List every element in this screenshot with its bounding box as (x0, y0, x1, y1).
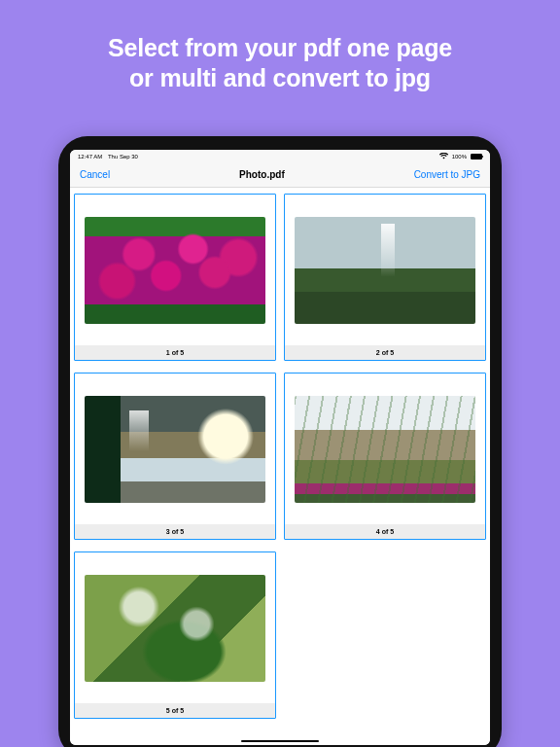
page-label: 1 of 5 (75, 345, 275, 360)
page-preview-image (295, 396, 475, 503)
page-label: 2 of 5 (285, 345, 485, 360)
status-left: 12:47 AM Thu Sep 30 (78, 154, 142, 160)
status-time: 12:47 AM (78, 154, 102, 160)
page-grid: 1 of 5 2 of 5 3 of 5 (74, 194, 486, 719)
page-thumbnail-1[interactable]: 1 of 5 (74, 194, 276, 361)
device-screen: 12:47 AM Thu Sep 30 100% Cancel Photo.pd… (70, 150, 490, 745)
headline-line1: Select from your pdf one page (108, 34, 452, 61)
battery-icon (471, 154, 482, 160)
thumb-wrap (285, 195, 485, 345)
page-label: 5 of 5 (75, 703, 275, 718)
page-thumbnail-4[interactable]: 4 of 5 (284, 373, 486, 540)
page-thumbnail-5[interactable]: 5 of 5 (74, 551, 276, 719)
wifi-icon (439, 153, 448, 160)
battery-percent: 100% (452, 154, 467, 160)
page-preview-image (85, 396, 265, 503)
home-indicator (241, 740, 319, 743)
document-title: Photo.pdf (239, 169, 285, 180)
page-grid-container: 1 of 5 2 of 5 3 of 5 (70, 188, 490, 745)
page-label: 3 of 5 (75, 524, 275, 539)
thumb-wrap (75, 195, 275, 345)
thumb-wrap (75, 552, 275, 703)
thumb-wrap (75, 374, 275, 524)
status-bar: 12:47 AM Thu Sep 30 100% (70, 150, 490, 162)
status-right: 100% (439, 153, 482, 160)
page-label: 4 of 5 (285, 524, 485, 539)
headline-line2: or multi and convert to jpg (129, 64, 431, 91)
page-thumbnail-2[interactable]: 2 of 5 (284, 194, 486, 361)
nav-bar: Cancel Photo.pdf Convert to JPG (70, 162, 490, 188)
promo-headline: Select from your pdf one page or multi a… (0, 0, 560, 92)
status-date: Thu Sep 30 (108, 154, 138, 160)
thumb-wrap (285, 374, 485, 524)
page-preview-image (85, 575, 265, 682)
cancel-button[interactable]: Cancel (80, 169, 110, 180)
page-thumbnail-3[interactable]: 3 of 5 (74, 373, 276, 540)
convert-button[interactable]: Convert to JPG (414, 169, 480, 180)
tablet-frame: 12:47 AM Thu Sep 30 100% Cancel Photo.pd… (58, 136, 502, 747)
page-preview-image (295, 217, 475, 324)
page-preview-image (85, 217, 265, 324)
